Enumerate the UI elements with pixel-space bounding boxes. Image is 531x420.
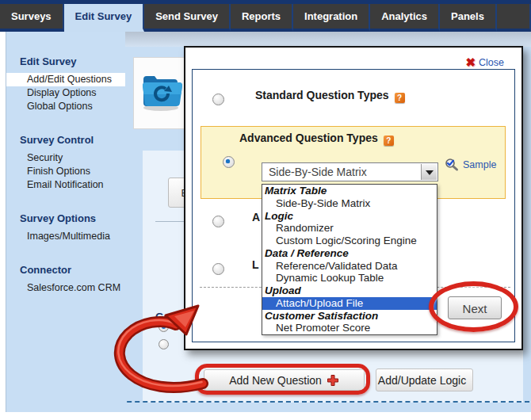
dropdown-item-reference-validated-data[interactable]: Reference/Validated Data (262, 260, 437, 273)
sidebar-section-title: Connector (6, 264, 125, 281)
close-label[interactable]: Close (479, 57, 504, 68)
dropdown-item-upload[interactable]: Upload (262, 284, 437, 297)
tab-analytics[interactable]: Analytics (370, 4, 440, 32)
chevron-down-icon[interactable] (421, 164, 437, 180)
dropdown-item-attach-upload-file[interactable]: Attach/Upload File (262, 297, 437, 310)
dropdown-item-randomizer[interactable]: Randomizer (262, 222, 437, 235)
page-radio[interactable] (159, 339, 169, 349)
question-type-select-value: Side-By-Side Matrix (269, 166, 367, 178)
sidebar-item-add-edit-questions[interactable]: Add/Edit Questions (6, 73, 125, 86)
radio-standard-question-types[interactable] (212, 94, 224, 105)
option-four-label-partial: L (252, 258, 261, 271)
add-update-logic-label: Add/Update Logic (378, 374, 466, 387)
question-type-dropdown-list: Matrix TableSide-By-Side MatrixLogicRand… (262, 184, 437, 335)
sidebar-section-title: Edit Survey (6, 55, 125, 73)
sidebar-section-title: Survey Options (6, 212, 125, 230)
sample-link[interactable]: Sample (445, 158, 496, 172)
close-icon[interactable]: ✖ (465, 56, 476, 68)
dropdown-item-dynamic-lookup-table[interactable]: Dynamic Lookup Table (262, 272, 437, 284)
radio-advanced-question-types[interactable] (223, 156, 235, 168)
sample-label[interactable]: Sample (463, 159, 496, 170)
dropdown-item-custom-logic-scoring-engine[interactable]: Custom Logic/Scoring Engine (262, 235, 437, 247)
page-top-gradient (124, 32, 531, 47)
top-nav: SurveysEdit SurveySend SurveyReportsInte… (0, 0, 531, 32)
sidebar-item-global-options[interactable]: Global Options (6, 100, 125, 113)
radio-option-three[interactable] (212, 216, 224, 227)
add-question-dialog: ✖ Close Standard Question Types? Advance… (184, 46, 523, 350)
nav-tabs: SurveysEdit SurveySend SurveyReportsInte… (0, 4, 531, 32)
sidebar-sections: Edit SurveyAdd/Edit QuestionsDisplay Opt… (6, 55, 125, 295)
red-plus-icon (327, 374, 339, 387)
divider-line (155, 221, 184, 222)
tab-edit-survey[interactable]: Edit Survey (64, 4, 145, 32)
dropdown-item-net-promoter-score[interactable]: Net Promoter Score (262, 322, 437, 334)
dropdown-item-side-by-side-matrix[interactable]: Side-By-Side Matrix (262, 197, 437, 210)
dashed-separator (95, 401, 529, 403)
sidebar-item-finish-options[interactable]: Finish Options (6, 165, 125, 178)
page-radio-selected[interactable] (159, 322, 169, 332)
sidebar-section-connector: ConnectorSalesforce.com CRM (6, 264, 125, 295)
sidebar-section-survey-control: Survey ControlSecurityFinish OptionsEmai… (6, 134, 125, 192)
add-new-question-label: Add New Question (229, 374, 322, 387)
advanced-question-types-label: Advanced Question Types? (239, 132, 394, 146)
sidebar-item-salesforce-com-crm[interactable]: Salesforce.com CRM (6, 281, 125, 295)
sidebar-section-survey-options: Survey OptionsImages/Multimedia (6, 212, 125, 243)
sidebar: Edit SurveyAdd/Edit QuestionsDisplay Opt… (6, 32, 125, 412)
add-new-question-button[interactable]: Add New Question (204, 369, 365, 391)
standard-question-types-label: Standard Question Types? (255, 89, 405, 103)
tab-integration[interactable]: Integration (293, 4, 370, 32)
option-three-label-partial: A (252, 211, 261, 223)
general-heading-partial: Gen (155, 311, 187, 323)
tab-reports[interactable]: Reports (231, 4, 293, 32)
tab-panels[interactable]: Panels (440, 4, 497, 32)
advanced-question-types-text: Advanced Question Types (239, 132, 378, 144)
screen: SurveysEdit SurveySend SurveyReportsInte… (0, 0, 531, 420)
tab-send-survey[interactable]: Send Survey (144, 4, 231, 32)
sidebar-section-edit-survey: Edit SurveyAdd/Edit QuestionsDisplay Opt… (6, 55, 125, 113)
dropdown-item-logic[interactable]: Logic (262, 210, 437, 223)
help-icon[interactable]: ? (395, 93, 405, 103)
tab-partial (497, 4, 531, 32)
standard-question-types-text: Standard Question Types (255, 89, 389, 101)
sidebar-item-display-options[interactable]: Display Options (6, 86, 125, 100)
sidebar-section-title: Survey Control (6, 134, 125, 151)
question-type-select[interactable]: Side-By-Side Matrix (262, 162, 438, 181)
dropdown-item-matrix-table[interactable]: Matrix Table (262, 185, 437, 197)
radio-option-four[interactable] (212, 263, 224, 275)
help-icon[interactable]: ? (384, 136, 394, 146)
add-update-logic-button[interactable]: Add/Update Logic (376, 368, 473, 391)
sidebar-item-images-multimedia[interactable]: Images/Multimedia (6, 230, 125, 243)
dropdown-item-customer-satisfaction[interactable]: Customer Satisfaction (262, 310, 437, 323)
magnifier-check-icon (445, 158, 460, 172)
next-button[interactable]: Next (448, 296, 502, 319)
dropdown-item-data-reference[interactable]: Data / Reference (262, 247, 437, 260)
refresh-folder-icon[interactable] (139, 68, 182, 113)
tab-surveys[interactable]: Surveys (0, 4, 64, 32)
close-button[interactable]: ✖ Close (465, 56, 504, 68)
sidebar-item-security[interactable]: Security (6, 151, 125, 165)
sidebar-item-email-notification[interactable]: Email Notification (6, 178, 125, 192)
